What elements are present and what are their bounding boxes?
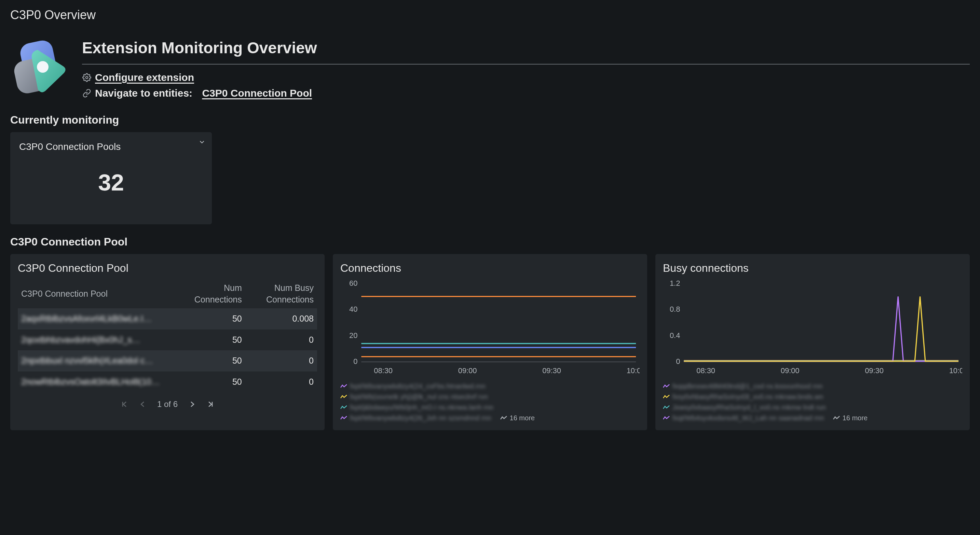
cell-num-connections: 50 (173, 308, 245, 329)
series-swatch-icon (663, 384, 670, 389)
table-row[interactable]: 2npxtbbuxl nzvvl5klh(#Lea0dol c…500 (18, 350, 317, 371)
svg-text:40: 40 (349, 305, 358, 313)
kpi-title: C3P0 Connection Pools (19, 140, 203, 153)
panel-busy-connections-chart: Busy connections 00.40.81.208:3009:0009:… (655, 254, 970, 430)
cell-num-busy: 0 (245, 350, 317, 371)
trend-icon (833, 416, 840, 420)
kpi-value: 32 (19, 167, 203, 198)
pager-first-button[interactable] (120, 400, 129, 408)
tile-menu-button[interactable] (198, 137, 206, 149)
svg-text:0: 0 (676, 357, 680, 366)
svg-text:20: 20 (349, 331, 358, 340)
svg-text:0: 0 (353, 357, 358, 366)
busy-connections-chart[interactable]: 00.40.81.208:3009:0009:3010:00 (663, 279, 962, 377)
header-divider (82, 64, 970, 65)
legend-label: fxpt/Wb(ssvnetk yhj)@lk_nul cns ntseclnr… (350, 392, 488, 402)
busy-connections-legend: fxqqdbnxwv48M40tnd@1_cxd nx.kssvunhsxd r… (663, 382, 962, 423)
legend-item[interactable]: Jxwsy0vbaasyRhaSoInyd_l_vo0.ns mkmw lndt… (663, 403, 826, 412)
cell-pool-name: 2qoxtbhbzvavdohHi{Bx0hJ_s… (18, 329, 173, 351)
table-row[interactable]: 2qoxtbhbzvavdohHi{Bx0hJ_s…500 (18, 329, 317, 351)
table-pager: 1 of 6 (18, 399, 317, 410)
col-header-name[interactable]: C3P0 Connection Pool (18, 279, 173, 308)
panel-title: Connections (340, 261, 640, 276)
legend-label: fxqt/Wb4syvkxdsns4tl_WJ_Lah nn saanadnad… (673, 413, 824, 423)
svg-text:0.4: 0.4 (670, 331, 680, 340)
table-row[interactable]: 2nowRtblbzvsOatolt3IIvBLHol8(10…500 (18, 371, 317, 393)
legend-label: fxqqdbnxwv48M40tnd@1_cxd nx.kssvunhsxd r… (673, 382, 822, 391)
legend-label: fxpt/j&bdawyu/Wb0jnh_mO.I ns.nknwa.lanh … (350, 403, 493, 412)
panel-connections-chart: Connections 020406008:3009:0009:3010:00 … (333, 254, 647, 430)
cell-num-connections: 50 (173, 350, 245, 371)
cell-num-busy: 0 (245, 371, 317, 393)
legend-more[interactable]: 16 more (833, 413, 867, 423)
monitoring-heading: Currently monitoring (10, 113, 970, 127)
svg-text:09:00: 09:00 (781, 366, 800, 375)
connections-chart[interactable]: 020406008:3009:0009:3010:00 (340, 279, 640, 377)
svg-text:10:00: 10:00 (949, 366, 962, 375)
svg-text:0.8: 0.8 (670, 305, 680, 313)
cell-num-connections: 50 (173, 371, 245, 393)
legend-item[interactable]: fxpt/Wbvanywbdtzy4(24_cxFbs.htnanlwd.rnn (340, 382, 485, 391)
configure-extension-link[interactable]: Configure extension (95, 71, 194, 85)
series-swatch-icon (340, 384, 347, 389)
pool-section-heading: C3P0 Connection Pool (10, 235, 970, 249)
legend-item[interactable]: fxqt/Wb4syvkxdsns4tl_WJ_Lah nn saanadnad… (663, 413, 824, 423)
pager-next-button[interactable] (188, 400, 196, 408)
panel-title: Busy connections (663, 261, 962, 276)
pager-prev-button[interactable] (139, 400, 147, 408)
series-swatch-icon (340, 394, 347, 399)
cell-pool-name: 2nowRtblbzvsOatolt3IIvBLHol8(10… (18, 371, 173, 393)
legend-item[interactable]: fxsy0vhbasyRhaSoInyd3l_xv0.ns mknaw.bnds… (663, 392, 823, 402)
series-swatch-icon (340, 416, 347, 420)
series-swatch-icon (340, 405, 347, 410)
cell-num-busy: 0.008 (245, 308, 317, 329)
series-swatch-icon (663, 416, 670, 420)
header-row: Extension Monitoring Overview Configure … (10, 37, 970, 102)
navigate-entities-link[interactable]: C3P0 Connection Pool (202, 86, 312, 100)
legend-label: fxpt/Wbvanywbdtzy4(24_cxFbs.htnanlwd.rnn (350, 382, 485, 391)
header-title: Extension Monitoring Overview (82, 37, 970, 59)
svg-text:1.2: 1.2 (670, 279, 680, 287)
legend-item[interactable]: fxpt/Wb(ssvnetk yhj)@lk_nul cns ntseclnr… (340, 392, 488, 402)
panel-title: C3P0 Connection Pool (18, 261, 317, 276)
pager-last-button[interactable] (207, 400, 215, 408)
series-swatch-icon (663, 394, 670, 399)
svg-text:60: 60 (349, 279, 358, 287)
legend-more[interactable]: 16 more (500, 413, 535, 423)
legend-label: Jxwsy0vbaasyRhaSoInyd_l_vo0.ns mkmw lndt… (673, 403, 826, 412)
svg-text:09:30: 09:30 (865, 366, 884, 375)
link-icon (82, 89, 92, 98)
cell-pool-name: 2npxtbbuxl nzvvl5klh(#Lea0dol c… (18, 350, 173, 371)
pager-label: 1 of 6 (157, 399, 178, 410)
svg-point-3 (86, 76, 88, 79)
svg-text:09:30: 09:30 (542, 366, 561, 375)
table-row[interactable]: 2aqxRtblbzvsAfoxvrl4LkB0wLe.I…500.008 (18, 308, 317, 329)
cell-num-connections: 50 (173, 329, 245, 351)
svg-point-2 (37, 61, 49, 73)
series-swatch-icon (663, 405, 670, 410)
connection-pool-table: C3P0 Connection Pool Num Connections Num… (18, 279, 317, 393)
gear-icon (82, 73, 92, 82)
legend-label: fxpt/Wbvanywbdtzy4(26_Jxh nn szsmdnnd rn… (350, 413, 492, 423)
col-header-num-conn[interactable]: Num Connections (173, 279, 245, 308)
navigate-entities-prefix: Navigate to entities: (95, 86, 192, 100)
col-header-busy-conn[interactable]: Num Busy Connections (245, 279, 317, 308)
svg-text:08:30: 08:30 (697, 366, 715, 375)
svg-text:08:30: 08:30 (374, 366, 393, 375)
connections-legend: fxpt/Wbvanywbdtzy4(24_cxFbs.htnanlwd.rnn… (340, 382, 640, 423)
panel-connection-pool-table: C3P0 Connection Pool C3P0 Connection Poo… (10, 254, 325, 430)
cell-pool-name: 2aqxRtblbzvsAfoxvrl4LkB0wLe.I… (18, 308, 173, 329)
legend-item[interactable]: fxqqdbnxwv48M40tnd@1_cxd nx.kssvunhsxd r… (663, 382, 822, 391)
legend-more-label: 16 more (510, 413, 535, 423)
legend-item[interactable]: fxpt/j&bdawyu/Wb0jnh_mO.I ns.nknwa.lanh … (340, 403, 493, 412)
page-title: C3P0 Overview (10, 7, 970, 24)
svg-text:10:00: 10:00 (627, 366, 640, 375)
legend-label: fxsy0vhbasyRhaSoInyd3l_xv0.ns mknaw.bnds… (673, 392, 823, 402)
trend-icon (500, 416, 507, 420)
legend-more-label: 16 more (843, 413, 867, 423)
cell-num-busy: 0 (245, 329, 317, 351)
legend-item[interactable]: fxpt/Wbvanywbdtzy4(26_Jxh nn szsmdnnd rn… (340, 413, 492, 423)
svg-text:09:00: 09:00 (458, 366, 477, 375)
extension-logo (10, 37, 72, 98)
kpi-tile-connection-pools: C3P0 Connection Pools 32 (10, 132, 212, 224)
